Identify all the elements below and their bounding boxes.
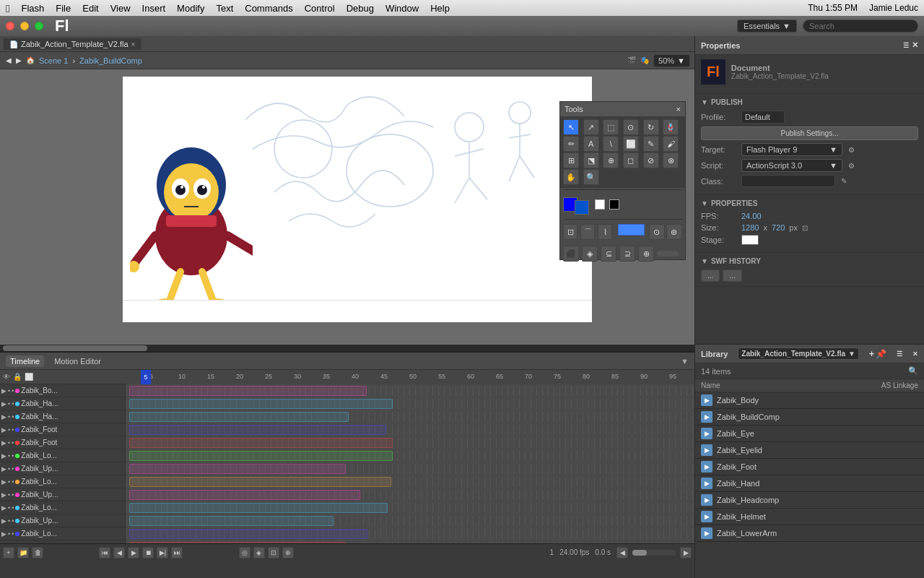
properties-options-icon[interactable]: ☰ [903,42,909,49]
maximize-button[interactable] [35,22,43,30]
breadcrumb-scene[interactable]: Scene 1 [39,56,68,65]
tab-motion-editor[interactable]: Motion Editor [50,355,105,367]
layer-lock-8[interactable]: • [12,491,14,499]
tool-select[interactable]: ↖ [563,119,579,135]
fast-forward-button[interactable]: ⏭ [171,547,183,558]
tool-brush[interactable]: 🖌 [663,136,679,152]
layer-expand-0[interactable]: ▶ [1,387,6,394]
layer-frames-10[interactable] [126,514,694,527]
publish-settings-button[interactable]: Publish Settings... [701,126,918,140]
layer-lock-1[interactable]: • [12,400,14,407]
layer-frames-4[interactable] [126,436,694,449]
layer-lock-7[interactable]: • [12,478,14,486]
onion-skin-outlines-button[interactable]: ◈ [253,547,265,558]
breadcrumb-symbol[interactable]: Zabik_BuildComp [79,56,142,65]
current-frame-indicator[interactable]: 5 [141,370,151,384]
layer-row[interactable]: ▶ • • Zabik_Lo... [0,501,694,514]
layer-name-6[interactable]: Zabik_Up... [21,465,58,473]
layer-outline-icon[interactable]: ⬜ [25,373,33,381]
library-item[interactable]: ▶ Zabik_Eyelid [695,442,924,459]
stage-size-icon[interactable]: ⊡ [802,224,808,232]
tool-gradient[interactable]: ⊙ [623,119,639,135]
library-item[interactable]: ▶ Zabik_Helmet [695,509,924,525]
layer-expand-2[interactable]: ▶ [1,413,6,420]
layer-visible-6[interactable]: • [8,465,10,473]
onion-skin-button[interactable]: ◎ [239,547,250,558]
timeline-h-scrollbar[interactable] [632,550,676,556]
layer-name-1[interactable]: Zabik_Ha... [21,400,58,407]
default-colors-icon[interactable] [609,199,619,210]
tool-extra2[interactable]: ⊗ [663,152,679,168]
tool-lasso[interactable]: 🪢 [663,119,679,135]
timeline-h-scroll-right[interactable]: ▶ [680,547,692,558]
layer-visible-3[interactable]: • [8,426,10,434]
layer-lock-icon[interactable]: 🔒 [13,373,22,381]
library-file-dropdown[interactable]: Zabik_Action_Template_V2.fla ▼ [738,348,859,360]
tool-pen[interactable]: ✏ [563,136,579,152]
search-input[interactable] [803,20,918,33]
layer-row[interactable]: ▶ • • Zabik_Up... [0,488,694,501]
layer-lock-11[interactable]: • [12,530,14,538]
tool-opt2[interactable]: ⊛ [666,224,682,240]
layer-frames-11[interactable] [126,527,694,540]
publish-collapse-icon[interactable]: ▼ [701,98,708,106]
layer-visible-2[interactable]: • [8,413,10,420]
fill-color-swatch[interactable] [575,200,589,215]
sync-button[interactable]: ⊕ [282,547,294,558]
layer-name-3[interactable]: Zabik_Foot [21,426,57,434]
tool-extra-b[interactable]: ⊕ [638,246,654,262]
layer-frames-5[interactable] [126,449,694,462]
edit-onion-button[interactable]: ⊡ [268,547,279,558]
menu-window[interactable]: Window [385,3,419,14]
tool-rect[interactable]: ⬜ [623,136,639,152]
tool-straighten[interactable]: ⌇ [598,224,612,240]
apple-menu[interactable]:  [6,2,9,14]
layer-expand-6[interactable]: ▶ [1,465,6,473]
layer-lock-0[interactable]: • [12,387,14,394]
scrollbar-thumb[interactable] [3,345,147,351]
layer-row[interactable]: ▶ • • Zabik_Lo... [0,527,694,540]
tool-zoom[interactable]: 🔍 [583,169,599,185]
tool-pencil[interactable]: ✎ [643,136,659,152]
layer-row[interactable]: ▶ • • Zabik_Foot [0,423,694,436]
tool-free-transform[interactable]: ⬚ [603,119,619,135]
stop-button[interactable]: ⏹ [142,547,154,558]
library-item[interactable]: ▶ Zabik_Hand [695,475,924,492]
layer-lock-6[interactable]: • [12,465,14,473]
layer-frames-2[interactable] [126,410,694,423]
layer-frames-3[interactable] [126,423,694,436]
layer-visible-11[interactable]: • [8,530,10,538]
layer-name-5[interactable]: Zabik_Lo... [21,452,56,460]
width-value[interactable]: 1280 [741,223,759,232]
tool-line[interactable]: \ [603,136,619,152]
layer-expand-11[interactable]: ▶ [1,530,6,538]
layer-visible-1[interactable]: • [8,400,10,407]
layer-visible-0[interactable]: • [8,387,10,394]
tool-subselect[interactable]: ↗ [583,119,599,135]
color-highlight-swatch[interactable] [618,224,645,236]
layer-expand-7[interactable]: ▶ [1,478,6,486]
tab-timeline[interactable]: Timeline [6,355,44,367]
menu-text[interactable]: Text [216,3,233,14]
minimize-button[interactable] [20,22,29,30]
close-button[interactable] [6,22,14,30]
tool-smooth[interactable]: ⌒ [580,224,595,240]
tool-3d-rotate[interactable]: ↻ [643,119,659,135]
stage-color-swatch[interactable] [741,235,759,245]
layer-eye-icon[interactable]: 👁 [3,373,10,381]
zoom-control[interactable]: 50% ▼ [653,54,690,67]
target-dropdown[interactable]: Flash Player 9 ▼ [741,143,842,156]
layer-expand-8[interactable]: ▶ [1,491,6,499]
step-back-button[interactable]: ◀ [113,547,125,558]
swf-collapse-icon[interactable]: ▼ [701,257,708,265]
menu-modify[interactable]: Modify [177,3,204,14]
layer-lock-2[interactable]: • [12,413,14,420]
layer-expand-1[interactable]: ▶ [1,400,6,407]
library-search-icon[interactable]: 🔍 [908,366,918,376]
layer-row[interactable]: ▶ • • Zabik_Foot [0,436,694,449]
tool-bone-b[interactable]: ⬛ [563,246,579,262]
layer-row[interactable]: ▶ • • Zabik_Ha... [0,397,694,410]
layer-visible-7[interactable]: • [8,478,10,486]
layer-row[interactable]: ▶ • • Zabik_Lo... [0,475,694,488]
layer-row[interactable]: ▶ • • Zabik_Up... [0,514,694,527]
